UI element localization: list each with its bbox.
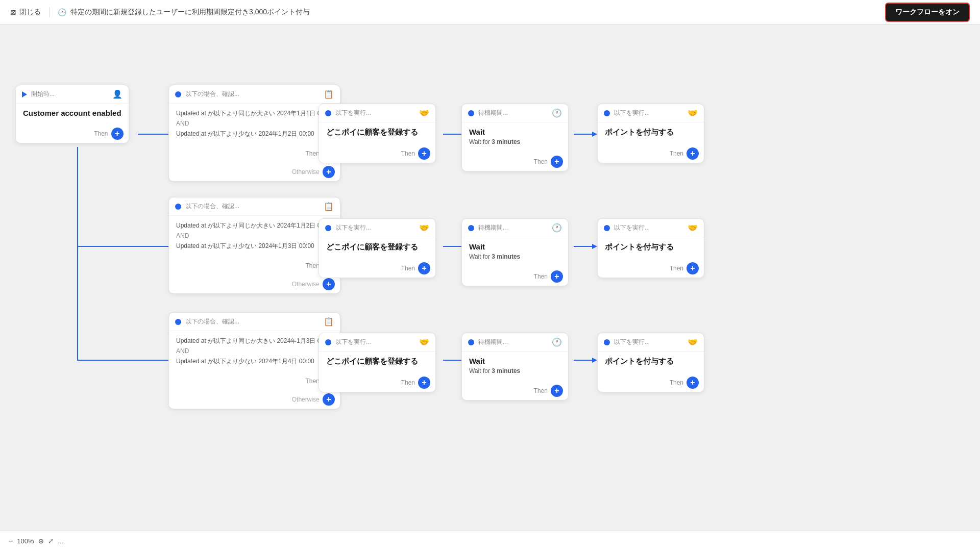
wait2-icon: 🕐 [552,223,562,233]
zoom-out-button[interactable]: − [8,537,13,546]
wait3-header: 待機期間... 🕐 [462,333,568,352]
check3-cond1: Updated at が以下より同じか大きい 2024年1月3日 00:00 [176,336,333,345]
point1-then-label: Then [670,150,683,157]
action-node-3[interactable]: 以下を実行... 🤝 どこポイに顧客を登録する Then + [318,333,436,392]
action1-add[interactable]: + [418,147,430,160]
action-node-1[interactable]: 以下を実行... 🤝 どこポイに顧客を登録する Then + [318,104,436,163]
check-node-3[interactable]: 以下の場合、確認... 📋 Updated at が以下より同じか大きい 202… [168,312,340,409]
action1-header: 以下を実行... 🤝 [319,104,435,122]
point3-then-label: Then [670,379,683,386]
point2-footer: Then + [598,259,704,278]
check2-then-footer: Then + [169,257,340,275]
start-header-label: 開始時... [31,90,55,98]
start-then-label: Then [94,130,108,137]
point1-icon: 🤝 [688,108,698,118]
action2-add[interactable]: + [418,262,430,274]
point3-title: ポイントを付与する [605,357,697,366]
clock-icon: 🕐 [58,8,66,16]
check1-header-label: 以下の場合、確認... [185,90,239,98]
action2-icon: 🤝 [419,223,429,233]
action2-footer: Then + [319,259,435,278]
check-node-1[interactable]: 以下の場合、確認... 📋 Updated at が以下より同じか大きい 202… [168,85,340,182]
wait2-body: Wait Wait for 3 minutes [462,237,568,267]
wait3-footer: Then + [462,382,568,400]
check-node-2[interactable]: 以下の場合、確認... 📋 Updated at が以下より同じか大きい 202… [168,197,340,294]
more-options-icon[interactable]: … [58,537,64,545]
point3-header: 以下を実行... 🤝 [598,333,704,352]
point-node-2[interactable]: 以下を実行... 🤝 ポイントを付与する Then + [597,218,704,278]
wait3-then-label: Then [534,387,548,394]
point1-header: 以下を実行... 🤝 [598,104,704,122]
workflow-on-button[interactable]: ワークフローをオン [885,3,970,22]
point2-body: ポイントを付与する [598,237,704,259]
zoom-expand-icon[interactable]: ⤢ [48,537,54,545]
check1-otherwise-add[interactable]: + [323,166,335,178]
wait2-add[interactable]: + [551,270,563,283]
wait3-title: Wait [469,357,561,365]
close-label: 閉じる [19,8,41,17]
check1-body: Updated at が以下より同じか大きい 2024年1月1日 00:00 A… [169,104,340,144]
start-title: Customer account enabled [23,109,121,117]
action-node-2[interactable]: 以下を実行... 🤝 どこポイに顧客を登録する Then + [318,218,436,278]
check3-otherwise-footer: Otherwise + [169,390,340,409]
action1-dot [325,110,331,116]
check2-otherwise-label: Otherwise [292,281,320,288]
action3-add[interactable]: + [418,377,430,389]
point-node-1[interactable]: 以下を実行... 🤝 ポイントを付与する Then + [597,104,704,163]
point2-add[interactable]: + [687,262,699,274]
start-add-button[interactable]: + [111,128,124,140]
check1-otherwise-label: Otherwise [292,168,320,176]
play-icon [22,91,27,97]
check2-icon: 📋 [324,202,334,211]
point1-footer: Then + [598,144,704,163]
point2-icon: 🤝 [688,223,698,233]
point1-header-label: 以下を実行... [614,109,650,117]
wait3-add[interactable]: + [551,385,563,397]
check2-otherwise-footer: Otherwise + [169,275,340,293]
wait1-add[interactable]: + [551,156,563,168]
check1-otherwise-footer: Otherwise + [169,163,340,181]
check3-icon: 📋 [324,317,334,327]
action2-then-label: Then [401,265,415,272]
wait-node-2[interactable]: 待機期間... 🕐 Wait Wait for 3 minutes Then + [461,218,569,286]
wait2-dot [468,225,474,231]
wait-node-1[interactable]: 待機期間... 🕐 Wait Wait for 3 minutes Then + [461,104,569,171]
workflow-canvas: 開始時... 👤 Customer account enabled Then +… [0,24,980,531]
check2-then-label: Then [305,262,319,269]
action2-body: どこポイに顧客を登録する [319,237,435,259]
action3-dot [325,339,331,345]
check3-otherwise-add[interactable]: + [323,393,335,406]
check1-then-footer: Then + [169,144,340,163]
wait3-header-label: 待機期間... [478,338,508,346]
point1-add[interactable]: + [687,147,699,160]
wait1-subtitle: Wait for 3 minutes [469,137,561,146]
check1-then-label: Then [305,150,319,157]
wait3-body: Wait Wait for 3 minutes [462,352,568,382]
zoom-help-icon[interactable]: ⊕ [38,537,44,545]
action2-title: どこポイに顧客を登録する [326,242,428,252]
point1-title: ポイントを付与する [605,128,697,137]
wait2-header-label: 待機期間... [478,223,508,232]
check2-cond2: Updated at が以下より少ない 2024年1月3日 00:00 [176,241,333,251]
check2-cond1: Updated at が以下より同じか大きい 2024年1月2日 00:00 [176,221,333,230]
check1-cond1: Updated at が以下より同じか大きい 2024年1月1日 00:00 [176,109,333,118]
point2-then-label: Then [670,265,683,272]
point3-add[interactable]: + [687,377,699,389]
close-button[interactable]: ⊠ 閉じる [10,8,41,17]
check1-dot [175,91,181,97]
action1-footer: Then + [319,144,435,163]
check2-otherwise-add[interactable]: + [323,278,335,290]
start-node-body: Customer account enabled [16,104,129,124]
start-node[interactable]: 開始時... 👤 Customer account enabled Then + [15,85,129,143]
check2-body: Updated at が以下より同じか大きい 2024年1月2日 00:00 A… [169,216,340,257]
check1-and: AND [176,120,333,127]
wait-node-3[interactable]: 待機期間... 🕐 Wait Wait for 3 minutes Then + [461,333,569,400]
wait1-header-label: 待機期間... [478,109,508,117]
point3-body: ポイントを付与する [598,352,704,373]
zoom-level: 100% [17,537,34,545]
action1-icon: 🤝 [419,108,429,118]
start-footer: Then + [16,124,129,143]
point-node-3[interactable]: 以下を実行... 🤝 ポイントを付与する Then + [597,333,704,392]
action3-footer: Then + [319,373,435,392]
check3-dot [175,319,181,325]
